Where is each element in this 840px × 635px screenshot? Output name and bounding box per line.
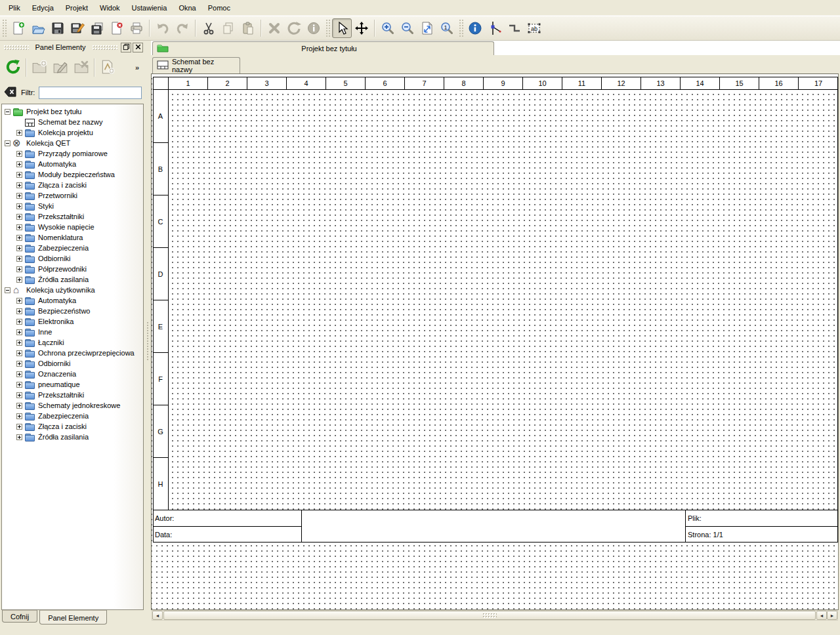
tree-item[interactable]: Inne [2,327,143,337]
rotate-button[interactable] [284,18,304,38]
tree-item[interactable]: Schematy jednokreskowe [2,400,143,411]
element-info-button[interactable] [304,18,324,38]
tree-expand-toggle[interactable] [16,308,22,314]
tree-item[interactable]: Półprzewodniki [2,264,143,274]
scroll-right-button[interactable]: ► [827,611,837,620]
tree-expand-toggle[interactable] [16,193,22,199]
open-project-button[interactable] [28,18,48,38]
tree-item[interactable]: Zabezpieczenia [2,243,143,253]
toolbar-handle[interactable] [326,19,330,37]
tree-expand-toggle[interactable] [16,434,22,440]
tree-expand-toggle[interactable] [16,413,22,419]
tab-project[interactable]: Projekt bez tytułu [152,41,494,55]
tree-item[interactable]: Zabezpieczenia [2,411,143,421]
tree-item[interactable]: Źródła zasilania [2,274,143,285]
diagram-info-button[interactable] [465,18,485,38]
tree-expand-toggle[interactable] [16,298,22,304]
tree-item[interactable]: Ochrona przeciwprzepięciowa [2,348,143,358]
tree-expand-toggle[interactable] [16,340,22,346]
new-category-button[interactable] [29,57,50,78]
save-all-button[interactable] [87,18,107,38]
edit-category-button[interactable] [50,57,71,78]
tree-expand-toggle[interactable] [16,329,22,335]
tree-expand-toggle[interactable] [16,130,22,136]
tree-item[interactable]: Automatyka [2,295,143,306]
zoom-fit-button[interactable] [417,18,437,38]
menu-item[interactable]: Pomoc [202,2,236,14]
tree-expand-toggle[interactable] [16,371,22,377]
tree-expand-toggle[interactable] [5,109,10,115]
menu-item[interactable]: Plik [3,2,26,14]
dock-close-button[interactable] [133,43,143,52]
filter-input[interactable] [39,87,142,99]
menu-item[interactable]: Edycja [26,2,60,14]
tree-expand-toggle[interactable] [16,151,22,157]
drag-mode-button[interactable] [352,18,371,38]
cut-button[interactable] [199,18,219,38]
tree-expand-toggle[interactable] [16,182,22,188]
tree-item[interactable]: pneumatique [2,379,143,390]
zoom-out-button[interactable] [398,18,417,38]
tree-expand-toggle[interactable] [16,350,22,356]
redo-button[interactable] [173,18,192,38]
tree-item[interactable]: Nomenklatura [2,232,143,243]
save-button[interactable] [48,18,68,38]
tree-item[interactable]: Elektronika [2,316,143,327]
tree-expand-toggle[interactable] [16,245,22,251]
new-document-button[interactable] [9,18,28,38]
tree-expand-toggle[interactable] [16,161,22,167]
tree-item[interactable]: Przekształtniki [2,211,143,222]
dock-splitter[interactable] [144,41,151,635]
tree-expand-toggle[interactable] [5,287,10,293]
reload-collections-button[interactable] [3,57,24,78]
select-mode-button[interactable] [332,18,352,38]
tree-item[interactable]: Odbiorniki [2,358,143,369]
tree-expand-toggle[interactable] [16,403,22,409]
delete-button[interactable] [264,18,284,38]
clear-filter-icon[interactable] [4,86,17,99]
undo-button[interactable] [153,18,173,38]
dock-titlebar[interactable]: Panel Elementy [0,41,144,54]
scroll-left-button[interactable]: ◄ [152,611,163,620]
tree-expand-toggle[interactable] [16,392,22,398]
zoom-reset-button[interactable]: 1 [437,18,457,38]
tree-expand-toggle[interactable] [5,140,10,146]
diagram-canvas[interactable]: 1234567891011121314151617 ABCDEFGH Autor… [151,73,839,610]
scroll-left-button-2[interactable]: ◄ [816,611,827,620]
add-text-button[interactable]: ab [524,18,544,38]
tree-item[interactable]: Złącza i zaciski [2,180,143,190]
tree-expand-toggle[interactable] [16,256,22,262]
tree-expand-toggle[interactable] [16,172,22,178]
tree-item[interactable]: Przetworniki [2,190,143,201]
tree-item[interactable]: Odbiorniki [2,253,143,264]
tree-item[interactable]: Moduły bezpieczeństwa [2,169,143,180]
tree-item[interactable]: Przyrządy pomiarowe [2,148,143,159]
add-conductor-button[interactable] [485,18,505,38]
tree-expand-toggle[interactable] [16,214,22,220]
tree-expand-toggle[interactable] [16,203,22,209]
dock-tab[interactable]: Panel Elementy [39,610,107,625]
tree-expand-toggle[interactable] [16,224,22,230]
toolbar-handle[interactable] [2,19,7,37]
delete-category-button[interactable] [71,57,92,78]
tree-item[interactable]: Styki [2,201,143,211]
add-polyline-button[interactable] [505,18,524,38]
tree-item[interactable]: Złącza i zaciski [2,421,143,432]
tree-item[interactable]: Oznaczenia [2,369,143,379]
print-button[interactable] [127,18,146,38]
tree-item[interactable]: Źródła zasilania [2,432,143,442]
tree-expand-toggle[interactable] [16,424,22,430]
copy-button[interactable] [219,18,238,38]
close-file-button[interactable] [107,18,127,38]
tree-item[interactable]: Schemat bez nazwy [2,117,143,127]
tree-expand-toggle[interactable] [16,361,22,367]
tree-expand-toggle[interactable] [16,235,22,241]
menu-item[interactable]: Widok [94,2,126,14]
zoom-in-button[interactable] [378,18,398,38]
horizontal-scrollbar[interactable]: ◄ ◄ ► [152,610,838,621]
menu-item[interactable]: Okna [173,2,201,14]
tree-item[interactable]: Łączniki [2,337,143,348]
tree-expand-toggle[interactable] [16,266,22,272]
tree-item[interactable]: Przekształtniki [2,390,143,400]
tree-item[interactable]: Projekt bez tytułu [2,106,143,117]
